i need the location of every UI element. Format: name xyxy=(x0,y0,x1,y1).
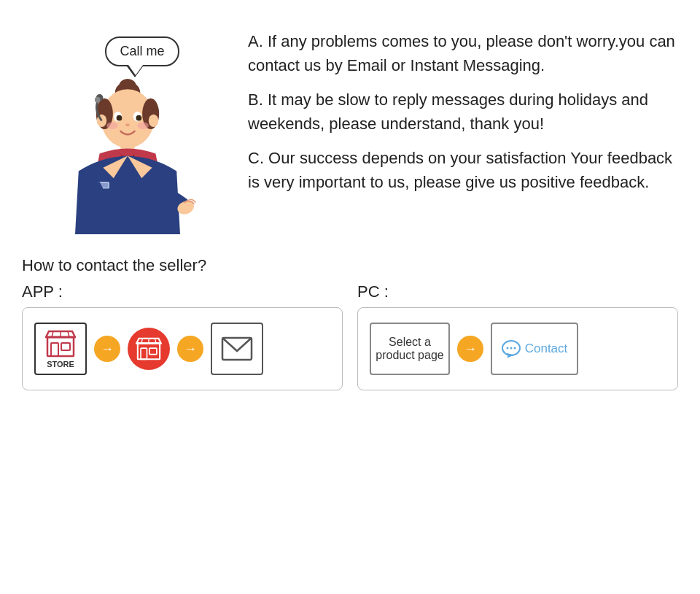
mail-icon-box[interactable] xyxy=(211,323,263,375)
app-column: APP : xyxy=(22,282,343,390)
point-a: A. If any problems comes to you, please … xyxy=(248,29,678,77)
svg-point-8 xyxy=(95,97,101,103)
store-icon xyxy=(45,330,76,358)
speech-bubble: Call me xyxy=(105,36,179,66)
contact-title: How to contact the seller? xyxy=(22,256,678,275)
product-page-label: Select a product page xyxy=(376,336,444,362)
bubble-text: Call me xyxy=(120,44,164,58)
store-icon-box[interactable]: STORE xyxy=(34,323,87,375)
app-label: APP : xyxy=(22,282,343,301)
character-illustration xyxy=(55,59,201,234)
svg-point-15 xyxy=(125,123,130,126)
contact-label: Contact xyxy=(525,342,568,356)
arrow-1[interactable] xyxy=(94,336,120,362)
mail-icon xyxy=(221,336,253,361)
svg-point-13 xyxy=(106,122,117,129)
contact-btn[interactable]: Contact xyxy=(491,323,578,375)
pc-column: PC : Select a product page xyxy=(357,282,678,390)
product-page-btn[interactable]: Select a product page xyxy=(370,323,450,375)
svg-point-6 xyxy=(149,115,158,127)
svg-point-11 xyxy=(117,115,122,121)
chat-icon xyxy=(502,340,521,358)
point-c: C. Our success depends on your satisfact… xyxy=(248,146,678,194)
arrow-2[interactable] xyxy=(177,336,203,362)
red-store-btn[interactable] xyxy=(128,328,170,370)
svg-rect-28 xyxy=(141,348,147,359)
point-b: B. It may be slow to reply messages duri… xyxy=(248,88,678,136)
pc-label: PC : xyxy=(357,282,678,301)
arrow-3[interactable] xyxy=(457,336,483,362)
svg-rect-21 xyxy=(51,343,58,356)
svg-point-14 xyxy=(137,122,148,129)
app-contact-box: STORE xyxy=(22,307,343,390)
svg-rect-29 xyxy=(149,348,157,354)
character-area: Call me xyxy=(22,22,233,234)
svg-rect-22 xyxy=(61,343,70,350)
pc-contact-box: Select a product page xyxy=(357,307,678,390)
red-store-icon xyxy=(136,337,162,360)
store-label: STORE xyxy=(47,360,74,369)
svg-point-38 xyxy=(513,347,516,350)
main-card: Call me xyxy=(0,0,700,594)
svg-point-37 xyxy=(510,347,512,350)
bottom-section: How to contact the seller? APP : xyxy=(22,256,678,390)
text-section: A. If any problems comes to you, please … xyxy=(233,22,678,204)
top-section: Call me xyxy=(22,22,678,234)
contact-columns: APP : xyxy=(22,282,678,390)
svg-point-36 xyxy=(506,347,508,350)
svg-point-12 xyxy=(136,115,142,121)
